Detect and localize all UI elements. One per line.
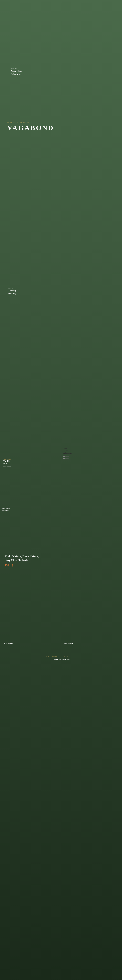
study-stat-1: 234 e.g text [5,564,9,568]
final-discover-title: Go To Nature [3,643,59,645]
final-slide-yoga: Start Your Yoga Retreat [62,626,121,647]
study-title: Multi Nature, Love Nature,Stay Close To … [5,555,117,562]
adventure-eyebrow: Start [11,67,22,69]
check-box-2 [63,458,65,459]
study-stat-2: $1 e.g text [12,564,16,568]
check-text-2: e.g text [65,458,68,459]
slide-nature-title: The PlaceOf Nature [3,460,59,465]
slide-nature-content: The Place The PlaceOf Nature e.g text de… [2,446,60,469]
slide-adventure-content: Take TakeAdventure e.g text e.g text [62,446,120,461]
last-slide-eyebrow: Study Nature, Love Nature, Stay [46,656,76,657]
final-slide-discover-content: Discover Our Go To Nature [1,626,60,647]
study-label-1: e.g text [5,567,9,568]
study-eyebrow: Study Nature [5,552,117,554]
study-nature-slide: Study Nature Multi Nature, Love Nature,S… [1,548,121,573]
final-yoga-title: Yoga Retreat [63,643,119,645]
study-nature-container: Study Nature Multi Nature, Love Nature,S… [0,547,122,574]
slide-multinature-1: Multi Nature Love Nature,Stay Close [1,494,40,512]
slide-mn-content-1: Multi Nature Love Nature,Stay Close [1,494,40,512]
last-slide-title: Close To Nature [46,658,76,661]
final-slide-discover: Discover Our Go To Nature [1,626,60,647]
laptop-title: GlowingMorning [8,290,16,295]
slide-adventure-checks: e.g text e.g text [63,456,119,459]
vagabond-text-block: — PRESENTATION — VAGABOND [0,122,54,132]
last-slide: Study Nature, Love Nature, Stay Close To… [1,649,121,668]
laptop-left-content: Enjoy GlowingMorning [8,288,16,295]
slide-nature-desc: e.g text description [3,466,59,467]
check-text-1: e.g text [65,456,68,457]
slide-place-nature-wide: The Place The PlaceOf Nature e.g text de… [2,446,60,469]
final-yoga-content: Start Your Yoga Retreat [62,626,121,647]
study-num-2: $1 [12,564,16,567]
check-2: e.g text [63,458,119,459]
study-label-2: e.g text [12,567,16,568]
study-num-1: 234 [5,564,9,567]
adventure-title: Your OwnAdventure [11,69,22,76]
check-box-1 [63,456,65,457]
slide-adventure-eyebrow: Take [63,448,119,449]
check-1: e.g text [63,456,119,457]
study-stats: 234 e.g text $1 e.g text [5,564,117,568]
slide-adventure-title: TakeAdventure [63,450,119,455]
slide-mn-title-1: Love Nature,Stay Close [2,508,39,511]
last-slide-section: Study Nature, Love Nature, Stay Close To… [0,648,122,669]
vagabond-eyebrow: — PRESENTATION — [7,122,54,123]
study-nature-content: Study Nature Multi Nature, Love Nature,S… [1,549,121,572]
vagabond-title: VAGABOND [7,124,54,132]
last-slide-content: Study Nature, Love Nature, Stay Close To… [46,656,76,661]
